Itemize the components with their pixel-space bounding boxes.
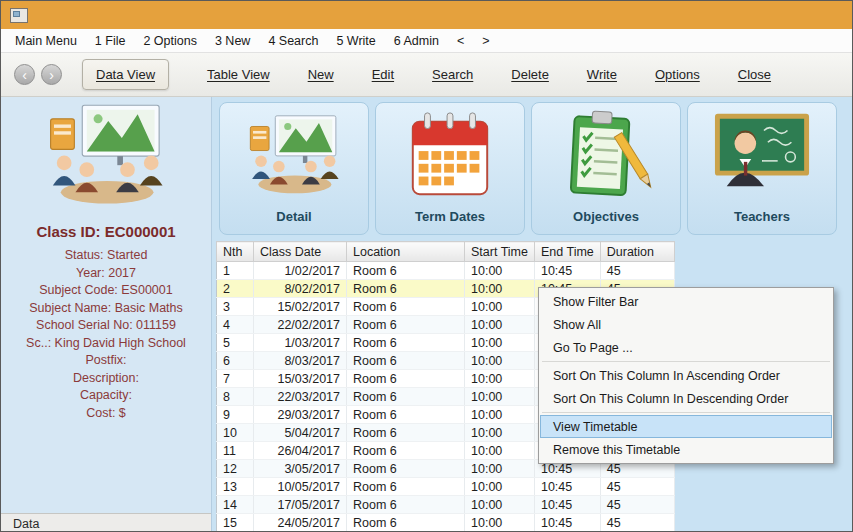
context-menu-item-view-timetable[interactable]: View Timetable xyxy=(540,415,832,438)
shortcut-button-objectives[interactable]: Objectives xyxy=(531,102,681,235)
toolbar-item-search[interactable]: Search xyxy=(432,67,473,82)
back-button[interactable]: ‹ xyxy=(14,64,35,85)
cell-start-time: 10:00 xyxy=(465,316,535,334)
menu-separator xyxy=(542,361,830,362)
cell-start-time: 10:00 xyxy=(465,298,535,316)
cell-class-date: 15/03/2017 xyxy=(254,370,347,388)
cell-nth: 4 xyxy=(217,316,254,334)
calendar-icon xyxy=(401,103,499,206)
class-detail-line: Postfix: xyxy=(1,352,211,370)
cell-start-time: 10:00 xyxy=(465,478,535,496)
table-row[interactable]: 1524/05/2017Room 610:0010:4545 xyxy=(217,514,675,532)
shortcut-button-detail[interactable]: Detail xyxy=(219,102,369,235)
shortcut-button-term-dates[interactable]: Term Dates xyxy=(375,102,525,235)
menu-item-6-admin[interactable]: 6 Admin xyxy=(385,29,448,52)
menu-item-2-options[interactable]: 2 Options xyxy=(134,29,206,52)
cell-nth: 2 xyxy=(217,280,254,298)
column-header-class-date[interactable]: Class Date xyxy=(254,242,347,262)
class-details: Status: StartedYear: 2017Subject Code: E… xyxy=(1,247,211,422)
cell-location: Room 6 xyxy=(347,442,465,460)
cell-nth: 10 xyxy=(217,424,254,442)
shortcut-button-teachers[interactable]: Teachers xyxy=(687,102,837,235)
toolbar-item-table-view[interactable]: Table View xyxy=(207,67,270,82)
toolbar-item-delete[interactable]: Delete xyxy=(511,67,549,82)
column-header-duration[interactable]: Duration xyxy=(600,242,674,262)
context-menu-item-go-to-page[interactable]: Go To Page ... xyxy=(540,336,832,359)
toolbar-item-edit[interactable]: Edit xyxy=(372,67,394,82)
class-detail-line: Status: Started xyxy=(1,247,211,265)
cell-duration: 45 xyxy=(600,478,674,496)
app-icon xyxy=(10,8,28,23)
shortcut-button-row: DetailTerm DatesObjectivesTeachers xyxy=(219,102,837,235)
forward-button[interactable]: › xyxy=(41,64,62,85)
menubar: Main Menu1 File2 Options3 New4 Search5 W… xyxy=(1,29,852,53)
menu-item-next[interactable]: > xyxy=(473,29,498,52)
cell-class-date: 8/02/2017 xyxy=(254,280,347,298)
class-detail-line: Year: 2017 xyxy=(1,265,211,283)
cell-nth: 8 xyxy=(217,388,254,406)
table-row[interactable]: 1310/05/2017Room 610:0010:4545 xyxy=(217,478,675,496)
context-menu-item-show-filter-bar[interactable]: Show Filter Bar xyxy=(540,290,832,313)
cell-class-date: 22/02/2017 xyxy=(254,316,347,334)
cell-start-time: 10:00 xyxy=(465,460,535,478)
toolbar-item-write[interactable]: Write xyxy=(587,67,617,82)
cell-end-time: 10:45 xyxy=(534,262,600,280)
context-menu: Show Filter BarShow AllGo To Page ...Sor… xyxy=(538,287,834,464)
cell-nth: 9 xyxy=(217,406,254,424)
class-detail-line: School Serial No: 011159 xyxy=(1,317,211,335)
toolbar-item-close[interactable]: Close xyxy=(738,67,771,82)
class-detail-line: Subject Code: ES00001 xyxy=(1,282,211,300)
menu-item-4-search[interactable]: 4 Search xyxy=(259,29,327,52)
cell-start-time: 10:00 xyxy=(465,352,535,370)
cell-duration: 45 xyxy=(600,514,674,532)
column-header-start-time[interactable]: Start Time xyxy=(465,242,535,262)
column-header-end-time[interactable]: End Time xyxy=(534,242,600,262)
cell-location: Room 6 xyxy=(347,262,465,280)
toolbar-item-new[interactable]: New xyxy=(308,67,334,82)
cell-class-date: 1/03/2017 xyxy=(254,334,347,352)
context-menu-item-sort-on-this-column-in-descending-order[interactable]: Sort On This Column In Descending Order xyxy=(540,387,832,410)
table-row[interactable]: 1417/05/2017Room 610:0010:4545 xyxy=(217,496,675,514)
context-menu-item-show-all[interactable]: Show All xyxy=(540,313,832,336)
context-menu-item-remove-this-timetable[interactable]: Remove this Timetable xyxy=(540,438,832,461)
menu-item-3-new[interactable]: 3 New xyxy=(206,29,259,52)
menu-item-5-write[interactable]: 5 Write xyxy=(327,29,384,52)
main-panel: DetailTerm DatesObjectivesTeachers NthCl… xyxy=(212,97,853,532)
cell-end-time: 10:45 xyxy=(534,496,600,514)
cell-class-date: 10/05/2017 xyxy=(254,478,347,496)
menu-separator xyxy=(542,412,830,413)
cell-nth: 13 xyxy=(217,478,254,496)
cell-end-time: 10:45 xyxy=(534,478,600,496)
cell-nth: 3 xyxy=(217,298,254,316)
cell-nth: 1 xyxy=(217,262,254,280)
classroom-icon xyxy=(245,103,343,206)
teacher-icon xyxy=(713,103,811,206)
cell-location: Room 6 xyxy=(347,316,465,334)
context-menu-item-sort-on-this-column-in-ascending-order[interactable]: Sort On This Column In Ascending Order xyxy=(540,364,832,387)
shortcut-button-label: Objectives xyxy=(573,209,639,224)
class-detail-line: Sc..: King David High School xyxy=(1,335,211,353)
cell-start-time: 10:00 xyxy=(465,424,535,442)
column-header-location[interactable]: Location xyxy=(347,242,465,262)
cell-start-time: 10:00 xyxy=(465,262,535,280)
table-row[interactable]: 11/02/2017Room 610:0010:4545 xyxy=(217,262,675,280)
data-section-label: Data xyxy=(1,513,211,532)
cell-start-time: 10:00 xyxy=(465,388,535,406)
cell-location: Room 6 xyxy=(347,514,465,532)
menu-item-prev[interactable]: < xyxy=(448,29,473,52)
clipboard-icon xyxy=(557,103,655,206)
sidebar: Class ID: EC000001 Status: StartedYear: … xyxy=(1,97,212,532)
cell-nth: 12 xyxy=(217,460,254,478)
titlebar xyxy=(1,1,852,29)
toolbar-item-data-view[interactable]: Data View xyxy=(82,59,169,90)
cell-location: Room 6 xyxy=(347,370,465,388)
cell-start-time: 10:00 xyxy=(465,406,535,424)
menu-item-main-menu[interactable]: Main Menu xyxy=(6,29,86,52)
shortcut-button-label: Detail xyxy=(276,209,311,224)
cell-class-date: 24/05/2017 xyxy=(254,514,347,532)
cell-location: Room 6 xyxy=(347,388,465,406)
app-window: Main Menu1 File2 Options3 New4 Search5 W… xyxy=(0,0,853,532)
menu-item-1-file[interactable]: 1 File xyxy=(86,29,135,52)
column-header-nth[interactable]: Nth xyxy=(217,242,254,262)
toolbar-item-options[interactable]: Options xyxy=(655,67,700,82)
